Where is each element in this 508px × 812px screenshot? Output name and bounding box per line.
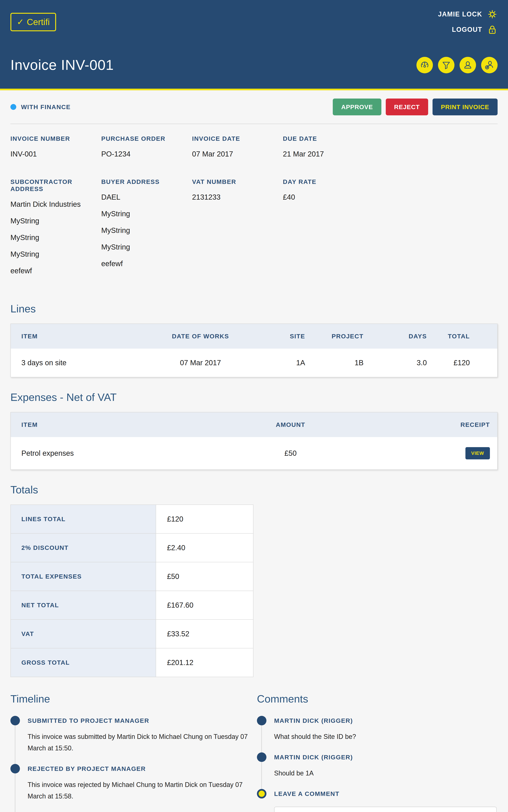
timeline-item-text: This invoice was rejected by Michael Chu… [28, 779, 257, 802]
cell-receipt: VIEW [376, 437, 497, 470]
field-label: DUE DATE [283, 135, 374, 142]
field-subcontractor-address: SUBCONTRACTOR ADDRESS Martin Dick Indust… [10, 178, 101, 283]
totals-value: £167.60 [156, 591, 253, 619]
totals-heading: Totals [10, 484, 498, 496]
col-item: ITEM [11, 412, 205, 437]
field-value: £40 [283, 193, 374, 201]
field-label: BUYER ADDRESS [101, 178, 192, 186]
address-line: MyString [101, 243, 192, 251]
top-nav: ✓ Certifi JAMIE LOCK LOGOUT [0, 0, 508, 44]
comments-column: Comments MARTIN DICK (RIGGER) What shoul… [257, 677, 498, 812]
totals-label: GROSS TOTAL [11, 648, 156, 677]
timeline-item: SUBMITTED TO PROJECT MANAGER This invoic… [10, 716, 257, 764]
cell-site: 1A [254, 349, 312, 377]
field-label: INVOICE NUMBER [10, 135, 101, 142]
user-icon[interactable] [460, 57, 476, 73]
comment-dot [257, 753, 266, 762]
address-lines: Martin Dick Industries MyString MyString… [10, 200, 101, 275]
col-date-of-works: DATE OF WORKS [147, 324, 254, 349]
approve-button[interactable]: APPROVE [333, 98, 381, 115]
status-indicator: WITH FINANCE [10, 104, 71, 111]
field-due-date: DUE DATE 21 Mar 2017 [283, 135, 374, 158]
logo-check-icon: ✓ [17, 17, 24, 27]
hero-icon-bar [417, 57, 498, 73]
totals-value: £33.52 [156, 619, 253, 648]
totals-row: VAT £33.52 [11, 619, 253, 648]
filter-icon[interactable] [438, 57, 455, 73]
address-line: MyString [10, 217, 101, 225]
comment-item: MARTIN DICK (RIGGER) Should be 1A [257, 753, 498, 789]
col-receipt: RECEIPT [376, 412, 497, 437]
col-total: TOTAL [434, 324, 497, 349]
comments-heading: Comments [257, 693, 498, 705]
totals-row: NET TOTAL £167.60 [11, 591, 253, 619]
user-add-icon[interactable] [481, 57, 498, 73]
reject-button[interactable]: REJECT [386, 98, 428, 115]
status-bar: WITH FINANCE APPROVE REJECT PRINT INVOIC… [0, 90, 508, 124]
field-value: INV-001 [10, 150, 101, 158]
col-site: SITE [254, 324, 312, 349]
status-label: WITH FINANCE [21, 104, 71, 111]
col-project: PROJECT [312, 324, 371, 349]
status-dot [10, 104, 16, 110]
user-name-button[interactable]: JAMIE LOCK [438, 9, 498, 19]
comment-dot-pending [257, 789, 266, 799]
address-line: MyString [101, 226, 192, 235]
cell-item: 3 days on site [11, 349, 147, 377]
lock-icon [487, 24, 498, 35]
field-purchase-order: PURCHASE ORDER PO-1234 [101, 135, 192, 158]
field-label: PURCHASE ORDER [101, 135, 192, 142]
totals-value: £50 [156, 562, 253, 591]
timeline-comments-section: Timeline SUBMITTED TO PROJECT MANAGER Th… [0, 677, 508, 812]
field-label: VAT NUMBER [192, 178, 283, 186]
totals-row: TOTAL EXPENSES £50 [11, 562, 253, 591]
cell-total: £120 [434, 349, 497, 377]
address-line: MyString [10, 250, 101, 258]
timeline-dot [10, 716, 20, 725]
timeline-item-text: This invoice was submitted by Martin Dic… [28, 731, 257, 754]
gear-icon[interactable] [487, 9, 498, 19]
table-row: 3 days on site 07 Mar 2017 1A 1B 3.0 £12… [11, 349, 497, 377]
lines-header-row: ITEM DATE OF WORKS SITE PROJECT DAYS TOT… [11, 324, 497, 349]
leave-comment-item: LEAVE A COMMENT POST COMMENT [257, 789, 498, 812]
cell-days: 3.0 [371, 349, 434, 377]
col-item: ITEM [11, 324, 147, 349]
gauge-icon[interactable] [417, 57, 433, 73]
totals-label: NET TOTAL [11, 591, 156, 619]
status-actions: APPROVE REJECT PRINT INVOICE [333, 98, 498, 115]
field-invoice-date: INVOICE DATE 07 Mar 2017 [192, 135, 283, 158]
comment-text: Should be 1A [274, 767, 498, 779]
totals-label: TOTAL EXPENSES [11, 562, 156, 591]
logo-text: Certifi [27, 17, 50, 27]
table-row: Petrol expenses £50 VIEW [11, 437, 497, 470]
col-amount: AMOUNT [205, 412, 376, 437]
address-lines: DAEL MyString MyString MyString eefewf [101, 193, 192, 268]
timeline-item-title: REJECTED BY PROJECT MANAGER [28, 764, 257, 773]
user-menu: JAMIE LOCK LOGOUT [438, 9, 498, 35]
logout-button[interactable]: LOGOUT [452, 24, 498, 35]
totals-value: £120 [156, 505, 253, 533]
expenses-header-row: ITEM AMOUNT RECEIPT [11, 412, 497, 437]
field-value: 21 Mar 2017 [283, 150, 374, 158]
app-logo[interactable]: ✓ Certifi [10, 13, 56, 31]
address-line: Martin Dick Industries [10, 200, 101, 208]
user-name-label: JAMIE LOCK [438, 10, 482, 18]
field-label: DAY RATE [283, 178, 374, 186]
field-label: INVOICE DATE [192, 135, 283, 142]
address-line: eefewf [10, 267, 101, 275]
lines-table: ITEM DATE OF WORKS SITE PROJECT DAYS TOT… [10, 324, 498, 377]
expenses-heading: Expenses - Net of VAT [10, 391, 498, 403]
view-receipt-button[interactable]: VIEW [465, 447, 490, 459]
totals-label: VAT [11, 619, 156, 648]
page-title: Invoice INV-001 [10, 57, 114, 73]
print-invoice-button[interactable]: PRINT INVOICE [432, 98, 498, 115]
comment-dot [257, 716, 266, 725]
comment-text: What should the Site ID be? [274, 731, 498, 742]
leave-comment-label: LEAVE A COMMENT [274, 789, 498, 799]
field-vat-number: VAT NUMBER 2131233 [192, 178, 283, 283]
cell-project: 1B [312, 349, 371, 377]
field-invoice-number: INVOICE NUMBER INV-001 [10, 135, 101, 158]
address-line: MyString [101, 210, 192, 218]
logout-label: LOGOUT [452, 26, 482, 34]
comment-input[interactable] [274, 807, 497, 812]
